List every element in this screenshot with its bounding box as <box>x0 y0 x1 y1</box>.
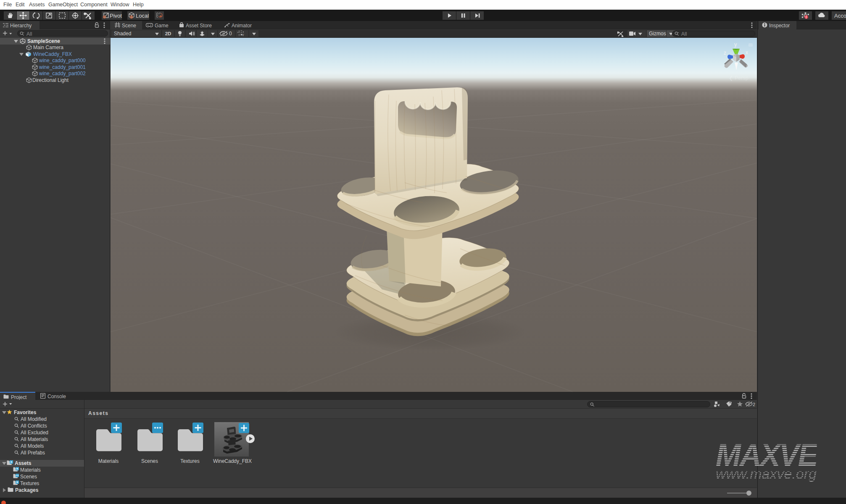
svg-text:x: x <box>746 50 748 55</box>
svg-text:2: 2 <box>753 402 755 407</box>
svg-text:!: ! <box>806 15 807 19</box>
svg-text:z: z <box>724 50 726 56</box>
svg-text:❮ Persp: ❮ Persp <box>729 75 748 81</box>
svg-text:y: y <box>734 41 737 47</box>
svg-text:Y: Y <box>242 34 244 37</box>
